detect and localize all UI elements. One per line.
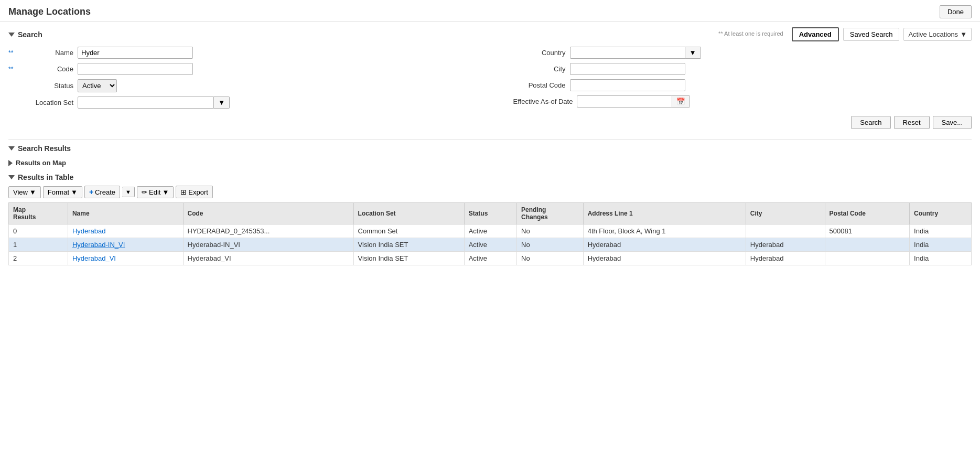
col-header-address: Address Line 1 xyxy=(583,203,746,224)
city-row: City xyxy=(501,63,972,75)
cell-city: Hyderabad xyxy=(746,252,825,265)
col-header-location-set: Location Set xyxy=(353,203,464,224)
name-row: ** Name xyxy=(8,47,480,59)
row-name-link[interactable]: Hyderabad-IN_VI xyxy=(72,241,125,249)
results-on-map-label: Results on Map xyxy=(16,159,66,167)
results-in-table-collapse-icon[interactable] xyxy=(8,175,15,179)
table-row: 0 Hyderabad HYDERABAD_0_245353... Common… xyxy=(9,224,972,238)
cell-name: Hyderabad-IN_VI xyxy=(68,238,183,252)
name-required: ** xyxy=(8,49,17,57)
cell-code: Hyderabad_VI xyxy=(183,252,353,265)
city-label: City xyxy=(513,65,566,73)
active-locations-chevron-icon: ▼ xyxy=(960,30,967,38)
search-form: ** Name ** Code Status Active Inactive A… xyxy=(8,47,972,134)
effective-date-input[interactable] xyxy=(577,95,672,108)
cell-postal-code xyxy=(825,238,910,252)
table-toolbar: View ▼ Format ▼ + Create ▼ ✏ Edit ▼ ⊞ Ex… xyxy=(8,186,972,198)
effective-date-label: Effective As-of Date xyxy=(513,98,573,105)
edit-pencil-icon: ✏ xyxy=(142,188,147,196)
location-set-input[interactable] xyxy=(78,97,214,109)
cell-location-set: Vision India SET xyxy=(353,238,464,252)
search-section-title: Search xyxy=(8,30,42,39)
results-collapse-icon[interactable] xyxy=(8,146,15,151)
done-button[interactable]: Done xyxy=(940,5,972,18)
code-required: ** xyxy=(8,66,17,73)
cell-location-set: Common Set xyxy=(353,224,464,238)
results-on-map-expand-icon[interactable] xyxy=(8,160,13,166)
format-label: Format xyxy=(48,188,69,196)
search-results-title: Search Results xyxy=(8,144,972,153)
table-header: MapResults Name Code Location Set Status… xyxy=(9,203,972,224)
cell-city: Hyderabad xyxy=(746,238,825,252)
status-select[interactable]: Active Inactive All xyxy=(78,79,117,92)
row-name-link[interactable]: Hyderabad_VI xyxy=(72,254,116,262)
cell-address: Hyderabad xyxy=(583,252,746,265)
postal-code-input[interactable] xyxy=(570,79,685,91)
city-input[interactable] xyxy=(570,63,685,75)
format-button[interactable]: Format ▼ xyxy=(43,186,82,198)
country-dropdown-btn[interactable]: ▼ xyxy=(685,47,701,59)
date-input-group: 📅 xyxy=(577,95,690,108)
location-set-row: Location Set ▼ xyxy=(8,97,480,109)
export-button[interactable]: ⊞ Export xyxy=(176,186,213,198)
col-header-postal-code: Postal Code xyxy=(825,203,910,224)
status-label: Status xyxy=(21,82,73,90)
edit-label: Edit xyxy=(149,188,160,196)
create-plus-icon: + xyxy=(89,188,93,196)
cell-status: Active xyxy=(464,238,516,252)
create-button[interactable]: + Create xyxy=(84,186,120,198)
location-set-dropdown-btn[interactable]: ▼ xyxy=(214,97,230,109)
cell-name: Hyderabad xyxy=(68,224,183,238)
view-button[interactable]: View ▼ xyxy=(8,186,41,198)
effective-date-calendar-btn[interactable]: 📅 xyxy=(672,95,690,108)
results-on-map[interactable]: Results on Map xyxy=(8,157,972,170)
cell-status: Active xyxy=(464,224,516,238)
create-dropdown-button[interactable]: ▼ xyxy=(122,187,135,197)
location-set-label: Location Set xyxy=(21,99,73,106)
right-fields: Country ▼ City Postal Code xyxy=(501,47,972,113)
saved-search-button[interactable]: Saved Search xyxy=(843,28,900,41)
col-header-map-results: MapResults xyxy=(9,203,68,224)
cell-address: Hyderabad xyxy=(583,238,746,252)
search-button[interactable]: Search xyxy=(851,116,890,129)
save-button[interactable]: Save... xyxy=(933,116,972,129)
table-scroll-area: MapResults Name Code Location Set Status… xyxy=(8,202,972,265)
search-section: Search ** At least one is required Advan… xyxy=(0,22,980,140)
reset-button[interactable]: Reset xyxy=(894,116,930,129)
active-locations-label: Active Locations xyxy=(908,30,958,38)
cell-country: India xyxy=(910,252,972,265)
search-results-label: Search Results xyxy=(18,144,71,153)
advanced-button[interactable]: Advanced xyxy=(792,27,839,41)
country-label: Country xyxy=(513,49,566,57)
page-header: Manage Locations Done xyxy=(0,0,980,22)
name-label: Name xyxy=(21,49,73,57)
row-name-link[interactable]: Hyderabad xyxy=(72,227,106,235)
edit-button[interactable]: ✏ Edit ▼ xyxy=(137,186,174,198)
code-input[interactable] xyxy=(78,63,193,75)
search-section-header: Search ** At least one is required Advan… xyxy=(8,27,972,41)
country-input[interactable] xyxy=(570,47,685,59)
table-row: 1 Hyderabad-IN_VI Hyderabad-IN_VI Vision… xyxy=(9,238,972,252)
create-label: Create xyxy=(95,188,115,196)
col-header-country: Country xyxy=(910,203,972,224)
view-chevron-icon: ▼ xyxy=(29,188,36,196)
cell-pending-changes: No xyxy=(517,252,584,265)
col-header-status: Status xyxy=(464,203,516,224)
results-in-table: Results in Table View ▼ Format ▼ + Creat… xyxy=(8,170,972,269)
cell-postal-code xyxy=(825,252,910,265)
table-body: 0 Hyderabad HYDERABAD_0_245353... Common… xyxy=(9,224,972,265)
cell-country: India xyxy=(910,224,972,238)
active-locations-dropdown[interactable]: Active Locations ▼ xyxy=(903,28,972,41)
postal-code-row: Postal Code xyxy=(501,79,972,91)
cell-status: Active xyxy=(464,252,516,265)
cell-code: HYDERABAD_0_245353... xyxy=(183,224,353,238)
search-collapse-icon[interactable] xyxy=(8,33,15,37)
cell-map-results: 1 xyxy=(9,238,68,252)
table-row: 2 Hyderabad_VI Hyderabad_VI Vision India… xyxy=(9,252,972,265)
name-input[interactable] xyxy=(78,47,193,59)
page-title: Manage Locations xyxy=(8,6,91,17)
search-results-section: Search Results Results on Map Results in… xyxy=(0,140,980,273)
col-header-pending-changes: PendingChanges xyxy=(517,203,584,224)
left-fields: ** Name ** Code Status Active Inactive A… xyxy=(8,47,480,113)
cell-name: Hyderabad_VI xyxy=(68,252,183,265)
